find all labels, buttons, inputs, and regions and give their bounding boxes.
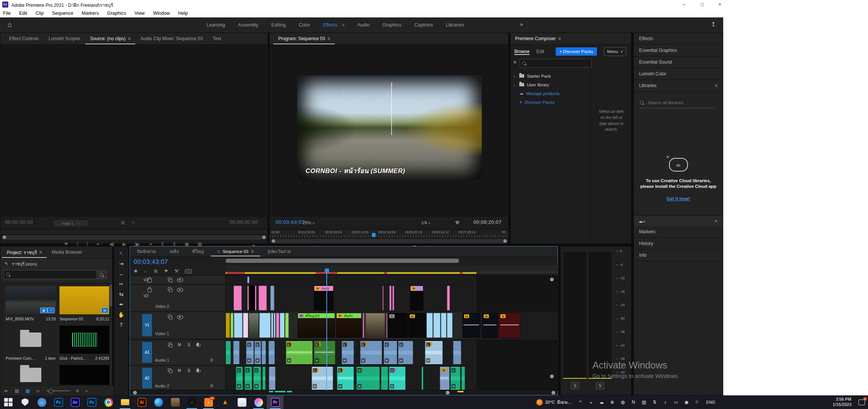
program-ruler[interactable]: 00;0000;01;04;0200;02;08;0400;03;12;0600…: [270, 229, 509, 238]
track-target-a2[interactable]: A2: [142, 368, 152, 389]
scrollbar-handle-left[interactable]: [272, 239, 275, 243]
add-marker-icon[interactable]: ⚑: [164, 269, 168, 274]
panel-menu-icon[interactable]: ≡: [39, 250, 42, 255]
taskbar-app-edge[interactable]: [150, 395, 167, 409]
sort-chevron-icon[interactable]: ∨: [85, 389, 88, 393]
tab-info[interactable]: Info: [634, 250, 723, 261]
zoom-level-select[interactable]: 25% ∨: [303, 220, 315, 225]
timeline-clip[interactable]: fxพี่ใหญ่ [V]: [298, 313, 335, 338]
fx-badge[interactable]: fx: [337, 314, 343, 318]
sync-lock-icon[interactable]: [168, 278, 172, 282]
tab-source-no-clips-[interactable]: Source: (no clips)≡: [85, 33, 135, 44]
menu-item-sequence[interactable]: Sequence: [52, 11, 73, 16]
timeline-clip[interactable]: [389, 286, 392, 311]
timeline-vscroll-dot-top[interactable]: [550, 278, 554, 281]
solo-right-button[interactable]: S: [596, 382, 604, 389]
tray-icon-9[interactable]: ◉: [681, 400, 692, 405]
tab-text[interactable]: Text: [208, 33, 226, 44]
sort-icon[interactable]: ≡: [76, 388, 79, 393]
tab-markers[interactable]: Markers: [634, 226, 723, 238]
timeline-clip[interactable]: [249, 313, 259, 338]
timeline-clip[interactable]: [233, 341, 240, 364]
icon-view-icon[interactable]: ▦: [25, 388, 30, 393]
workspace-tab-color[interactable]: Color: [299, 22, 310, 28]
taskbar-app-explorer[interactable]: [117, 395, 133, 409]
taskbar-app-notes[interactable]: [233, 395, 250, 409]
timeline-clip[interactable]: [259, 313, 271, 338]
sequence-tab-sequence-03[interactable]: ×Sequence 03≡: [211, 247, 261, 256]
snap-magnet-icon[interactable]: ∩: [144, 269, 147, 274]
sequence-tab-รูปตะวันถ่าย[interactable]: รูปตะวันถ่าย: [260, 247, 298, 256]
timeline-clip[interactable]: [363, 313, 364, 338]
tab-libraries[interactable]: Libraries ≡: [634, 80, 723, 92]
writable-pen-icon[interactable]: ✒: [4, 388, 8, 394]
workspace-tab-menu-icon[interactable]: ≡: [342, 22, 345, 28]
track-lane-a1[interactable]: LRLRfxLRfxLRfxLRfxLRLRLRfxLR: [226, 340, 558, 365]
up-folder-icon[interactable]: ↰: [4, 261, 8, 267]
timeline-zoom-scrollbar[interactable]: [226, 259, 459, 263]
voiceover-mic-icon[interactable]: [197, 368, 199, 372]
timeline-clip[interactable]: fx: [388, 313, 408, 338]
track-output-eye-icon[interactable]: [177, 278, 183, 282]
tab-program-sequence[interactable]: Program: Sequence 03 ≡: [273, 33, 335, 44]
tray-icon-7[interactable]: ♪: [660, 400, 671, 405]
solo-button[interactable]: S: [188, 368, 190, 373]
timeline-clip[interactable]: [386, 313, 387, 338]
timeline-clip[interactable]: [230, 313, 233, 338]
track-header-v2[interactable]: V2Video 2: [130, 284, 226, 311]
home-icon[interactable]: ⌂: [8, 21, 12, 29]
timeline-clip[interactable]: [262, 367, 266, 390]
workspace-tab-effects[interactable]: Effects: [323, 22, 337, 28]
timeline-clip[interactable]: fxLR: [356, 367, 380, 390]
tray-icon-5[interactable]: ▤: [639, 400, 649, 405]
tray-icon-3[interactable]: ◍: [617, 400, 628, 405]
playback-resolution-select[interactable]: 1/4 ∨: [421, 220, 431, 225]
timeline-clip[interactable]: [433, 313, 440, 338]
menu-item-file[interactable]: File: [3, 11, 11, 16]
tab-premiere-composer[interactable]: Premiere Composer ≡: [514, 33, 566, 44]
fx-badge[interactable]: fx: [484, 314, 489, 318]
tab-effect-controls[interactable]: Effect Controls: [4, 33, 44, 44]
timeline-clip[interactable]: fxLR: [389, 367, 406, 390]
list-view-icon[interactable]: ▤: [15, 388, 19, 393]
timeline-clip[interactable]: [226, 313, 230, 338]
timeline-clip[interactable]: [271, 313, 273, 338]
slip-tool[interactable]: ⇆: [119, 291, 124, 297]
source-pager[interactable]: Page 1‹ ›: [53, 220, 88, 226]
timeline-clip[interactable]: [262, 341, 266, 364]
composer-search-input[interactable]: [520, 59, 592, 68]
timeline-clip[interactable]: fx: [482, 313, 498, 338]
track-select-tool[interactable]: ⇥: [119, 261, 124, 267]
fx-badge[interactable]: fx: [299, 314, 304, 318]
fx-badge[interactable]: fx: [315, 287, 320, 290]
tray-icon-0[interactable]: ◒: [586, 400, 596, 405]
chevron-right-icon[interactable]: ›: [514, 83, 517, 87]
sequence-tab-พี่ใหญ่[interactable]: พี่ใหญ่: [185, 247, 211, 256]
solo-left-button[interactable]: S: [571, 382, 579, 389]
taskbar-app-pr[interactable]: Pr: [267, 395, 284, 409]
taskbar-app-ai[interactable]: Ai: [133, 395, 150, 409]
fx-badge[interactable]: fx: [410, 314, 415, 318]
get-it-now-link[interactable]: Get it now!: [634, 196, 723, 201]
timeline-clip[interactable]: LR: [254, 341, 261, 364]
source-ruler[interactable]: [1, 229, 268, 235]
menu-item-markers[interactable]: Markers: [82, 11, 99, 16]
timeline-clip[interactable]: [421, 367, 423, 390]
workspace-tab-audio[interactable]: Audio: [357, 22, 370, 28]
timeline-clip[interactable]: LR: [244, 367, 252, 390]
sync-lock-icon[interactable]: [168, 368, 172, 373]
timeline-clip[interactable]: fxLR: [286, 341, 313, 364]
chevron-right-icon[interactable]: ›: [514, 74, 517, 78]
panel-menu-icon[interactable]: ≡: [715, 83, 718, 88]
timeline-clip[interactable]: fxLR: [312, 367, 333, 390]
project-scrollbar[interactable]: [110, 284, 112, 306]
timeline-clip[interactable]: [234, 313, 243, 338]
tab-audio-clip-mixer-sequence-03[interactable]: Audio Clip Mixer: Sequence 03: [135, 33, 208, 44]
menu-item-window[interactable]: Window: [153, 11, 170, 16]
action-center-icon[interactable]: 3: [855, 395, 868, 409]
captions-cc-icon[interactable]: CC: [185, 269, 192, 273]
timeline-clip[interactable]: [453, 341, 461, 364]
scrollbar-handle-right[interactable]: [262, 236, 266, 239]
tray-icon-10[interactable]: ⚐: [692, 400, 702, 405]
menu-item-help[interactable]: Help: [178, 11, 188, 16]
